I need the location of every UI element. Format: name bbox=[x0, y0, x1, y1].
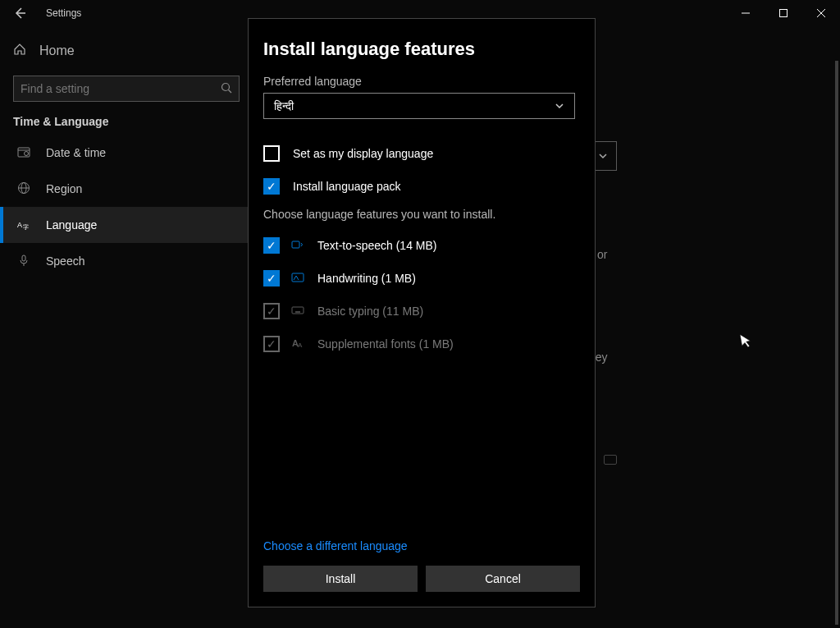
bg-text-fragment: or bbox=[597, 248, 607, 261]
minimize-button[interactable] bbox=[727, 0, 765, 26]
feature-checkbox: ✓ bbox=[263, 336, 280, 352]
sidebar-home[interactable]: Home bbox=[0, 34, 253, 67]
selected-language-value: हिन्दी bbox=[274, 99, 294, 113]
svg-point-4 bbox=[222, 83, 230, 90]
feature-label: Handwriting (1 MB) bbox=[317, 272, 416, 285]
feature-label: Text-to-speech (14 MB) bbox=[317, 239, 437, 252]
sidebar-home-label: Home bbox=[39, 44, 75, 58]
back-arrow-icon bbox=[13, 7, 26, 20]
cancel-button[interactable]: Cancel bbox=[426, 566, 580, 592]
feature-basic-typing: ✓ Basic typing (11 MB) bbox=[263, 295, 580, 328]
svg-line-5 bbox=[229, 89, 232, 93]
feature-text-to-speech: ✓ Text-to-speech (14 MB) bbox=[263, 229, 580, 262]
chevron-down-icon bbox=[598, 151, 608, 161]
close-button[interactable] bbox=[802, 0, 840, 26]
sidebar-item-label: Language bbox=[46, 218, 97, 231]
search-box[interactable] bbox=[13, 76, 240, 102]
sidebar-item-label: Date & time bbox=[46, 146, 106, 159]
set-display-language-row: Set as my display language bbox=[263, 137, 580, 170]
feature-handwriting: ✓ Handwriting (1 MB) bbox=[263, 262, 580, 295]
feature-checkbox[interactable]: ✓ bbox=[263, 237, 280, 254]
preferred-language-label: Preferred language bbox=[263, 75, 580, 88]
feature-label: Supplemental fonts (1 MB) bbox=[317, 337, 454, 351]
sidebar: Home Time & Language Date & time Region bbox=[0, 26, 253, 628]
sidebar-item-speech[interactable]: Speech bbox=[0, 243, 253, 279]
preferred-language-dropdown[interactable]: हिन्दी bbox=[263, 93, 575, 119]
dialog-button-row: Install Cancel bbox=[263, 566, 580, 592]
svg-rect-14 bbox=[22, 255, 25, 261]
dialog-footer: Choose a different language Install Canc… bbox=[263, 539, 580, 592]
sidebar-item-language[interactable]: A字 Language bbox=[0, 207, 253, 243]
sidebar-category-header: Time & Language bbox=[0, 115, 253, 135]
clock-icon bbox=[16, 145, 31, 161]
svg-rect-1 bbox=[780, 10, 788, 17]
install-language-pack-checkbox[interactable]: ✓ bbox=[263, 178, 280, 195]
sidebar-item-date-time[interactable]: Date & time bbox=[0, 135, 253, 171]
svg-rect-16 bbox=[292, 241, 299, 248]
caption-buttons bbox=[727, 0, 840, 26]
sidebar-item-region[interactable]: Region bbox=[0, 171, 253, 207]
install-language-pack-row: ✓ Install language pack bbox=[263, 170, 580, 203]
svg-rect-17 bbox=[292, 273, 304, 282]
keyboard-icon bbox=[291, 304, 306, 319]
text-to-speech-icon bbox=[291, 238, 306, 254]
svg-text:字: 字 bbox=[23, 224, 29, 230]
dialog-title: Install language features bbox=[263, 39, 580, 60]
svg-text:A: A bbox=[17, 221, 22, 229]
feature-checkbox: ✓ bbox=[263, 303, 280, 319]
install-language-dialog: Install language features Preferred lang… bbox=[248, 18, 596, 607]
language-icon: A字 bbox=[16, 218, 31, 233]
fonts-icon: AA bbox=[291, 337, 306, 352]
search-icon bbox=[221, 82, 232, 96]
microphone-icon bbox=[16, 254, 31, 269]
chevron-down-icon bbox=[555, 101, 564, 111]
home-icon bbox=[13, 43, 26, 59]
feature-supplemental-fonts: ✓ AA Supplemental fonts (1 MB) bbox=[263, 328, 580, 360]
search-input[interactable] bbox=[21, 82, 221, 95]
maximize-button[interactable] bbox=[765, 0, 802, 26]
keyboard-icon bbox=[604, 455, 617, 465]
checkbox-label: Install language pack bbox=[293, 180, 401, 193]
checkbox-label: Set as my display language bbox=[293, 147, 433, 160]
sidebar-item-label: Speech bbox=[46, 254, 84, 268]
install-button[interactable]: Install bbox=[263, 566, 418, 592]
app-title: Settings bbox=[46, 7, 81, 19]
feature-checkbox[interactable]: ✓ bbox=[263, 270, 280, 286]
feature-label: Basic typing (11 MB) bbox=[317, 305, 423, 318]
choose-different-language-link[interactable]: Choose a different language bbox=[263, 539, 408, 552]
svg-text:A: A bbox=[298, 342, 303, 349]
svg-point-8 bbox=[25, 151, 29, 155]
svg-rect-18 bbox=[292, 307, 304, 314]
choose-features-label: Choose language features you want to ins… bbox=[263, 208, 580, 221]
handwriting-icon bbox=[291, 271, 306, 286]
scrollbar[interactable] bbox=[835, 61, 838, 625]
set-display-language-checkbox[interactable] bbox=[263, 145, 280, 162]
sidebar-item-label: Region bbox=[46, 182, 82, 195]
globe-icon bbox=[16, 181, 31, 197]
back-button[interactable] bbox=[7, 0, 33, 26]
